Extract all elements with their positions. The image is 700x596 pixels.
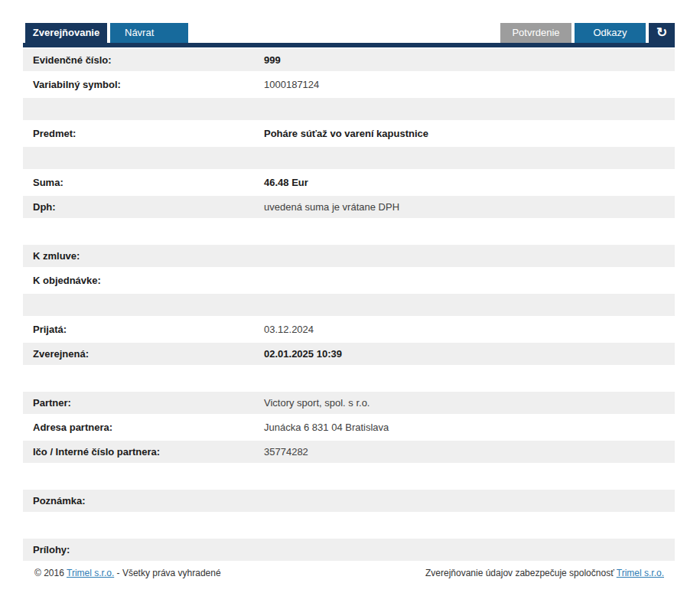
tab-navrat[interactable]: Návrat xyxy=(110,23,188,43)
field-value: 1000187124 xyxy=(264,79,319,90)
field-label: Prílohy: xyxy=(33,544,264,555)
page-content: Zverejňovanie Návrat Potvrdenie Odkazy ↻… xyxy=(23,23,675,578)
field-value: Poháre súťaž vo varení kapustnice xyxy=(264,128,428,139)
field-label: Predmet: xyxy=(33,128,264,139)
top-navbar: Zverejňovanie Návrat Potvrdenie Odkazy ↻ xyxy=(23,23,675,43)
field-label: Dph: xyxy=(33,201,264,213)
field-label: K objednávke: xyxy=(33,275,264,286)
field-label: Ičo / Interné číslo partnera: xyxy=(33,446,264,458)
field-value: 02.01.2025 10:39 xyxy=(264,348,342,360)
field-value: uvedená suma je vrátane DPH xyxy=(264,201,399,213)
footer-copyright-prefix: © 2016 xyxy=(34,568,67,578)
tab-zverejnovanie[interactable]: Zverejňovanie xyxy=(25,23,107,43)
table-row: K zmluve: xyxy=(23,245,675,267)
table-row: Variabilný symbol:1000187124 xyxy=(23,73,675,96)
table-row xyxy=(23,367,675,389)
field-label: Zverejnená: xyxy=(33,348,264,360)
field-value: 03.12.2024 xyxy=(264,324,314,335)
table-row xyxy=(23,98,675,120)
footer-trimel-link-left[interactable]: Trimel s.r.o. xyxy=(67,568,114,578)
field-label: Prijatá: xyxy=(33,324,264,335)
footer-copyright-suffix: - Všetky práva vyhradené xyxy=(114,568,220,578)
table-row: Predmet:Poháre súťaž vo varení kapustnic… xyxy=(23,122,675,145)
navbar-underline xyxy=(23,43,675,47)
footer-copyright: © 2016 Trimel s.r.o. - Všetky práva vyhr… xyxy=(34,568,221,578)
table-row: Partner:Victory sport, spol. s r.o. xyxy=(23,392,675,414)
table-row: Poznámka: xyxy=(23,490,675,512)
footer-provider: Zverejňovanie údajov zabezpečuje spoločn… xyxy=(425,568,664,578)
potvrdenie-button[interactable]: Potvrdenie xyxy=(500,23,571,43)
field-label: K zmluve: xyxy=(33,250,264,262)
refresh-button[interactable]: ↻ xyxy=(649,23,675,43)
table-row xyxy=(23,514,675,536)
table-row: Dph:uvedená suma je vrátane DPH xyxy=(23,196,675,218)
odkazy-button[interactable]: Odkazy xyxy=(575,23,646,43)
table-row xyxy=(23,294,675,316)
table-row xyxy=(23,465,675,487)
footer: © 2016 Trimel s.r.o. - Všetky práva vyhr… xyxy=(23,568,675,578)
field-label: Poznámka: xyxy=(33,495,264,506)
table-row: Prílohy: xyxy=(23,539,675,561)
field-label: Variabilný symbol: xyxy=(33,79,264,90)
table-row: Evidenčné číslo:999 xyxy=(23,49,675,71)
field-label: Adresa partnera: xyxy=(33,422,264,433)
footer-trimel-link-right[interactable]: Trimel s.r.o. xyxy=(617,568,664,578)
table-row: Adresa partnera:Junácka 6 831 04 Bratisl… xyxy=(23,416,675,438)
field-value: Junácka 6 831 04 Bratislava xyxy=(264,422,389,433)
field-value: 999 xyxy=(264,54,281,66)
field-value: 35774282 xyxy=(264,446,308,458)
table-row xyxy=(23,220,675,243)
table-row: Prijatá:03.12.2024 xyxy=(23,318,675,340)
fields-table: Evidenčné číslo:999Variabilný symbol:100… xyxy=(23,49,675,561)
field-value: 46.48 Eur xyxy=(264,177,308,188)
table-row: Zverejnená:02.01.2025 10:39 xyxy=(23,343,675,365)
table-row xyxy=(23,147,675,169)
field-label: Evidenčné číslo: xyxy=(33,54,264,66)
table-row: K objednávke: xyxy=(23,269,675,291)
field-value: Victory sport, spol. s r.o. xyxy=(264,397,370,409)
table-row: Suma:46.48 Eur xyxy=(23,171,675,194)
table-row: Ičo / Interné číslo partnera:35774282 xyxy=(23,441,675,463)
field-label: Partner: xyxy=(33,397,264,409)
footer-provider-text: Zverejňovanie údajov zabezpečuje spoločn… xyxy=(425,568,617,578)
field-label: Suma: xyxy=(33,177,264,188)
refresh-icon: ↻ xyxy=(656,25,667,40)
